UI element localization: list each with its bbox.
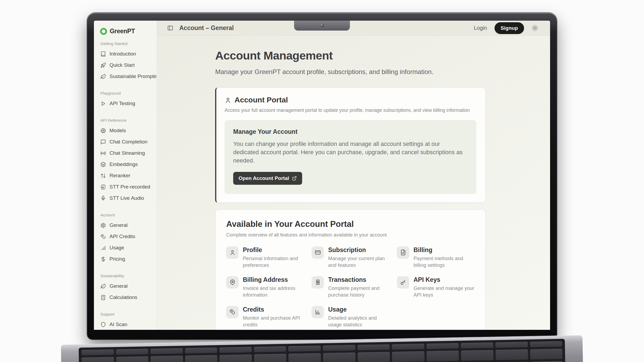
laptop-frame: GreenPT Getting StartedIntroductionQuick… [87,13,557,339]
audio-file-icon [100,184,106,190]
sidebar-item-label: Chat Streaming [109,150,145,156]
sidebar-item-label: Reranker [109,173,130,179]
sidebar-item-introduction[interactable]: Introduction [94,48,157,60]
sidebar-toggle-icon[interactable] [167,25,173,31]
sidebar-section-label-getting-started: Getting Started [94,41,157,46]
sidebar-item-calculations[interactable]: Calculations [94,292,157,303]
features-card-subtitle: Complete overview of all features and in… [226,232,475,238]
feature-title: Billing Address [243,276,304,283]
brand-logo[interactable]: GreenPT [94,28,157,35]
features-grid: ProfilePersonal information and preferen… [226,246,475,328]
keyboard-key [323,345,355,351]
sidebar-item-usage[interactable]: Usage [94,242,157,253]
app-window: GreenPT Getting StartedIntroductionQuick… [94,21,550,330]
sidebar-item-label: General [109,283,128,289]
book-icon [100,51,106,57]
feature-item-billing: BillingPayment methods and billing setti… [397,246,475,269]
sidebar-item-general[interactable]: General [94,280,157,292]
external-link-icon [292,176,297,181]
feature-description: Detailed analytics and usage statistics [328,315,389,328]
feature-description: Payment methods and billing settings [414,255,475,269]
sidebar-section-label-api-reference: API Reference [94,118,157,123]
sidebar-item-stt-pre-recorded[interactable]: STT Pre-recorded [94,181,157,193]
keyboard-key [288,346,321,352]
manage-account-title: Manage Your Account [233,128,468,135]
keyboard-key [219,347,252,353]
keyboard-key [254,354,287,362]
leaf-icon [100,283,106,289]
sidebar-item-reranker[interactable]: Reranker [94,170,157,181]
sidebar-item-api-credits[interactable]: API Credits [94,231,157,242]
keyboard-key [288,353,321,362]
sidebar-item-label: STT Pre-recorded [109,184,150,190]
sidebar-section-label-sustainability: Sustainability [94,274,157,278]
sidebar-item-stt-live-audio[interactable]: STT Live Audio [94,193,157,204]
sidebar-item-ai-scan[interactable]: AI Scan [94,319,157,330]
greenpt-logo-icon [100,28,107,35]
feature-title: Subscription [328,246,389,254]
sidebar-item-api-testing[interactable]: API Testing [94,98,157,109]
feature-item-credits: CreditsMonitor and purchase API credits [226,306,304,328]
keyboard-key [151,356,183,362]
keyboard-key [461,342,493,348]
feature-item-billing-address: Billing AddressInvoice and tax address i… [226,276,304,298]
keyboard-key [495,342,528,348]
keyboard-key [426,343,459,349]
theme-toggle-sun-icon[interactable] [532,25,538,31]
sidebar-item-label: AI Scan [109,322,127,327]
arrows-up-down-icon [100,173,106,179]
topbar-actions: Login Signup [474,22,538,34]
feature-description: Personal information and preferences [243,255,304,269]
coins-icon [226,306,239,318]
receipt-icon [312,276,324,289]
sidebar-item-label: API Credits [109,234,135,239]
laptop-notch [294,21,350,31]
sidebar-item-label: General [109,222,128,228]
topbar: Account – General Login Signup [157,21,550,36]
keyboard-key [392,344,424,350]
feature-title: Profile [243,246,304,254]
shield-icon [100,322,106,327]
map-pin-icon [226,276,239,289]
login-button[interactable]: Login [474,25,487,31]
sidebar-item-pricing[interactable]: Pricing [94,253,157,265]
sidebar-item-label: Models [109,128,126,134]
keyboard-key [254,346,286,352]
cpu-icon [100,128,106,134]
sidebar-item-label: STT Live Audio [109,195,144,201]
feature-description: Manage your current plan and features [328,255,389,269]
play-icon [100,101,106,106]
open-account-portal-button[interactable]: Open Account Portal [233,172,302,185]
keyboard-key [185,355,217,362]
main-area: Account – General Login Signup Account M… [157,21,550,330]
bar-chart-icon [100,245,106,251]
keyboard-key [116,349,148,355]
calculator-icon [100,295,106,300]
sidebar-item-chat-streaming[interactable]: Chat Streaming [94,147,157,159]
sidebar-item-chat-completion[interactable]: Chat Completion [94,136,157,147]
signup-button[interactable]: Signup [495,22,524,34]
feature-title: Transactions [328,276,389,283]
keyboard-key [81,349,114,355]
keyboard-key [219,354,252,362]
sidebar: GreenPT Getting StartedIntroductionQuick… [94,21,157,330]
manage-account-body: You can change your profile information … [233,140,464,165]
sidebar-item-embeddings[interactable]: Embeddings [94,159,157,170]
message-icon [100,139,106,145]
sidebar-item-label: Introduction [109,51,136,57]
account-portal-title: Account Portal [235,96,288,104]
sidebar-item-label: Calculations [109,294,137,300]
sidebar-item-general[interactable]: General [94,220,157,231]
bar-chart-frame-icon [312,306,324,318]
keyboard-key [116,356,148,362]
laptop-keyboard [79,339,565,362]
account-portal-header: Account Portal [225,96,476,104]
sidebar-item-quick-start[interactable]: Quick Start [94,60,157,71]
sidebar-item-label: API Testing [109,101,135,106]
feature-description: Generate and manage your API keys [414,285,475,298]
sidebar-item-sustainable-prompting[interactable]: Sustainable Prompting [94,71,157,82]
feature-title: Usage [328,306,389,313]
sidebar-item-models[interactable]: Models [94,125,157,136]
keyboard-key [530,341,562,347]
keyboard-key [495,349,528,360]
